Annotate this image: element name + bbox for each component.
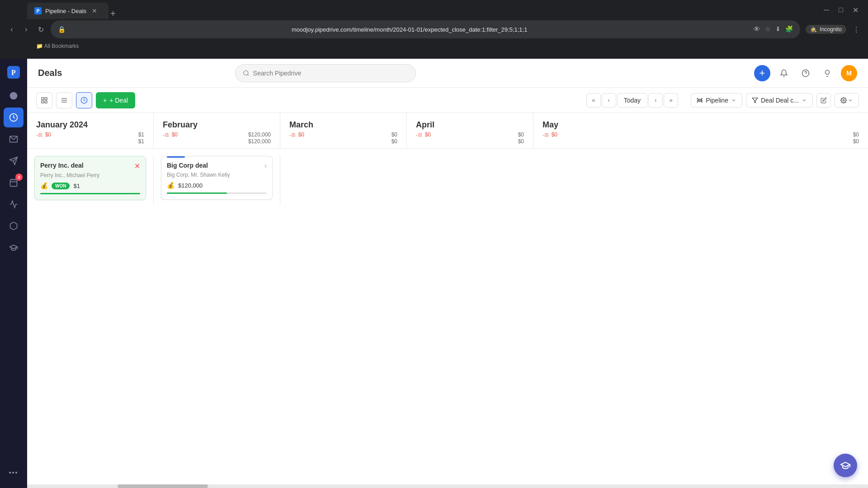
- deal-amount-perry: $1: [73, 183, 80, 189]
- search-icon: [243, 70, 250, 77]
- tab-close-button[interactable]: ✕: [92, 7, 97, 14]
- lightbulb-button[interactable]: [819, 65, 835, 81]
- pipeline-icon: [697, 97, 703, 103]
- svg-line-11: [247, 74, 249, 75]
- next-button[interactable]: ›: [648, 93, 663, 108]
- stat-weighted-feb: $0: [172, 131, 178, 138]
- stat-total-jan: $1: [138, 131, 144, 138]
- sidebar: P 2 •••: [0, 59, 27, 488]
- chat-fab-button[interactable]: [834, 454, 857, 477]
- month-header-may: May -⚖ $0 $0 $0: [533, 113, 868, 148]
- search-input[interactable]: [253, 70, 408, 77]
- deal-name-bigcorp: Big Corp deal: [167, 162, 208, 169]
- forward-button[interactable]: ›: [20, 23, 33, 36]
- weighted-icon-apr: -⚖: [416, 132, 422, 138]
- stat-total-feb: $120,000: [248, 131, 271, 138]
- sidebar-item-deals[interactable]: [4, 108, 24, 127]
- refresh-button[interactable]: ↻: [34, 23, 47, 36]
- stat-value2-mar: $0: [392, 138, 397, 145]
- month-name-april: April: [416, 120, 524, 130]
- deal-card-perry[interactable]: Perry Inc. deal ✕ Perry Inc., Michael Pe…: [34, 156, 146, 200]
- deal-close-perry[interactable]: ✕: [134, 162, 140, 170]
- deal-nav-bigcorp[interactable]: ›: [264, 162, 267, 170]
- svg-point-2: [10, 92, 18, 100]
- active-tab[interactable]: P Pipeline - Deals ✕: [27, 3, 108, 19]
- search-bar[interactable]: [235, 64, 416, 82]
- stat-total-apr: $0: [518, 131, 524, 138]
- prev-button[interactable]: ‹: [602, 93, 616, 108]
- tab-title: Pipeline - Deals: [45, 8, 86, 14]
- weighted-icon-mar: -⚖: [289, 132, 296, 138]
- today-button[interactable]: Today: [617, 93, 647, 108]
- svg-rect-14: [42, 98, 44, 100]
- sidebar-item-reports[interactable]: [4, 194, 24, 214]
- sidebar-more-button[interactable]: •••: [4, 463, 24, 483]
- list-view-button[interactable]: [56, 92, 72, 108]
- chrome-menu-button[interactable]: ⋮: [850, 23, 863, 36]
- weighted-icon-jan: -⚖: [36, 132, 42, 138]
- stat-value2-jan: $1: [138, 138, 144, 145]
- extensions-icon[interactable]: 🧩: [785, 25, 793, 33]
- back-button[interactable]: ‹: [5, 23, 18, 36]
- stat-total-may: $0: [853, 131, 859, 138]
- month-name-may: May: [542, 120, 859, 130]
- stat-value2-apr: $0: [518, 138, 524, 145]
- bookmarks-label[interactable]: 📁 All Bookmarks: [36, 43, 79, 49]
- sidebar-item-activity[interactable]: [4, 86, 24, 106]
- month-header-february: February -⚖ $0 $120,000 $120,000: [154, 113, 280, 148]
- sidebar-item-tasks[interactable]: 2: [4, 173, 24, 192]
- month-name-march: March: [289, 120, 397, 130]
- deal-card-bigcorp[interactable]: Big Corp deal › Big Corp, Mr. Shawn Kell…: [161, 156, 273, 200]
- incognito-icon: 🕵: [810, 26, 817, 33]
- pipeline-chevron-icon: [731, 98, 736, 103]
- visibility-toggle-icon[interactable]: 👁: [753, 25, 760, 33]
- kanban-view-button[interactable]: [36, 92, 52, 108]
- address-url[interactable]: moodjoy.pipedrive.com/timeline/month/202…: [69, 26, 750, 33]
- filter-chevron-icon: [802, 98, 807, 103]
- prev-prev-button[interactable]: «: [586, 93, 601, 108]
- sidebar-item-learn[interactable]: [4, 238, 24, 258]
- stat-weighted-apr: $0: [425, 131, 431, 138]
- svg-rect-16: [42, 101, 44, 103]
- month-name-february: February: [163, 120, 271, 130]
- add-deal-plus-icon: +: [103, 97, 107, 104]
- deal-org-perry: Perry Inc., Michael Perry: [40, 172, 140, 178]
- month-cards-february: Big Corp deal › Big Corp, Mr. Shawn Kell…: [154, 156, 280, 205]
- add-button[interactable]: +: [754, 65, 770, 81]
- page-title: Deals: [38, 68, 62, 78]
- notifications-button[interactable]: [776, 65, 792, 81]
- deal-progress-bigcorp: [167, 192, 227, 194]
- month-cards-january: Perry Inc. deal ✕ Perry Inc., Michael Pe…: [27, 156, 154, 206]
- settings-icon: [840, 97, 847, 103]
- settings-chevron-icon: [848, 98, 853, 103]
- horizontal-scrollbar[interactable]: [27, 484, 868, 488]
- deal-filter-dropdown[interactable]: Deal Deal c...: [746, 93, 813, 108]
- sidebar-item-campaigns[interactable]: [4, 151, 24, 171]
- weighted-icon-may: -⚖: [542, 132, 549, 138]
- download-icon[interactable]: ⬇: [775, 25, 781, 33]
- scrollbar-thumb[interactable]: [118, 484, 208, 488]
- svg-marker-23: [752, 98, 758, 103]
- month-name-january: January 2024: [36, 120, 144, 130]
- timeline-view-button[interactable]: [76, 92, 92, 108]
- add-deal-button[interactable]: + + Deal: [96, 92, 135, 108]
- app-logo[interactable]: P: [5, 64, 22, 80]
- svg-point-10: [243, 70, 248, 75]
- new-tab-button[interactable]: +: [110, 9, 116, 19]
- stat-value2-may: $0: [853, 138, 859, 145]
- pipeline-dropdown[interactable]: Pipeline: [691, 93, 742, 108]
- sidebar-item-products[interactable]: [4, 216, 24, 236]
- svg-text:P: P: [11, 69, 16, 76]
- user-avatar[interactable]: M: [841, 65, 857, 81]
- edit-button[interactable]: [816, 93, 831, 108]
- stat-weighted-may: $0: [552, 131, 557, 138]
- bookmark-star-icon[interactable]: ☆: [765, 25, 771, 33]
- month-header-april: April -⚖ $0 $0 $0: [407, 113, 533, 148]
- chat-fab-icon: [840, 460, 851, 471]
- sidebar-item-mail[interactable]: [4, 129, 24, 149]
- tasks-badge: 2: [15, 174, 23, 181]
- won-badge-perry: WON: [52, 183, 70, 189]
- next-next-button[interactable]: »: [664, 93, 678, 108]
- settings-dropdown[interactable]: [835, 93, 859, 108]
- help-button[interactable]: [797, 65, 814, 81]
